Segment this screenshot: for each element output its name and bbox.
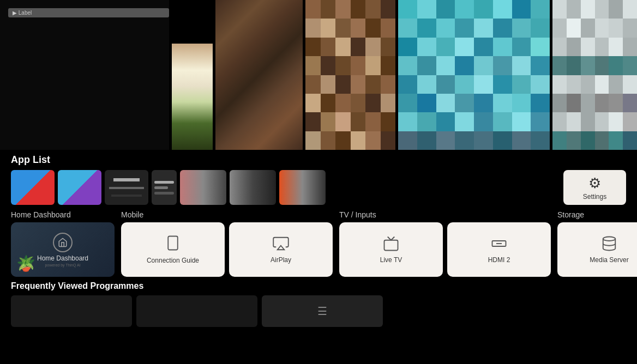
freq-title: Frequently Viewed Programmes <box>11 281 626 291</box>
media-server-card[interactable]: Media Server <box>557 222 637 277</box>
airplay-icon <box>273 235 289 254</box>
storage-group: Storage Media Server <box>557 210 637 277</box>
frequently-viewed-section: Frequently Viewed Programmes ☰ <box>0 277 637 327</box>
mobile-group: Mobile Connection Guide <box>121 210 333 277</box>
settings-label: Settings <box>583 193 606 201</box>
svg-rect-0 <box>168 236 178 250</box>
app-tile-3[interactable] <box>105 170 148 205</box>
app-list-section: App List ⚙ Settings <box>0 150 637 205</box>
live-tv-label: Live TV <box>380 256 402 264</box>
app-tile-1[interactable] <box>11 170 55 205</box>
banner-slot-2 <box>172 44 213 150</box>
freq-card-1[interactable] <box>11 295 132 327</box>
top-banner: ▶ Label <box>0 0 637 150</box>
home-dashboard-card[interactable]: 🪴 Home Dashboard powered by ThinQ AI <box>11 222 115 277</box>
server-icon <box>601 235 617 254</box>
home-dash-sub: powered by ThinQ AI <box>45 263 80 267</box>
app-tile-5[interactable] <box>180 170 226 205</box>
home-icon <box>53 233 73 252</box>
svg-marker-2 <box>278 246 285 250</box>
mobile-title: Mobile <box>121 210 333 219</box>
airplay-card[interactable]: AirPlay <box>229 222 333 277</box>
tv-icon <box>383 235 399 254</box>
airplay-label: AirPlay <box>271 256 291 264</box>
banner-slot-1: ▶ Label <box>0 0 169 150</box>
gear-icon: ⚙ <box>588 175 601 192</box>
freq-row: ☰ <box>11 295 626 327</box>
tv-inputs-group: TV / Inputs Live TV <box>339 210 551 277</box>
app-tile-2[interactable] <box>58 170 101 205</box>
categories-section: Home Dashboard 🪴 Home Dashboard powered … <box>0 205 637 277</box>
freq-card-2[interactable] <box>136 295 257 327</box>
connection-guide-label: Connection Guide <box>147 257 199 264</box>
home-dashboard-group: Home Dashboard 🪴 Home Dashboard powered … <box>11 210 115 277</box>
connection-guide-card[interactable]: Connection Guide <box>121 222 225 277</box>
media-server-label: Media Server <box>590 256 628 264</box>
app-tile-7[interactable] <box>279 170 326 205</box>
app-tile-4[interactable] <box>152 170 177 205</box>
tv-inputs-title: TV / Inputs <box>339 210 551 219</box>
storage-title: Storage <box>557 210 637 219</box>
app-tile-6[interactable] <box>230 170 276 205</box>
list-icon: ☰ <box>317 305 327 318</box>
hdmi-icon <box>491 235 507 254</box>
app-list-title: App List <box>11 154 50 166</box>
svg-rect-3 <box>384 240 398 251</box>
hdmi2-label: HDMI 2 <box>488 256 510 264</box>
banner-slot-6 <box>552 0 637 150</box>
settings-tile[interactable]: ⚙ Settings <box>563 170 626 205</box>
freq-card-3[interactable]: ☰ <box>262 295 383 327</box>
banner-slot-4 <box>305 0 395 150</box>
live-tv-card[interactable]: Live TV <box>339 222 443 277</box>
banner-slot-5 <box>398 0 550 150</box>
home-dashboard-title: Home Dashboard <box>11 210 115 219</box>
svg-point-6 <box>603 237 616 241</box>
home-dash-label: Home Dashboard <box>37 254 88 262</box>
banner-slot-3 <box>215 0 303 150</box>
phone-icon <box>165 235 181 254</box>
label-badge: ▶ Label <box>8 8 169 17</box>
hdmi2-card[interactable]: HDMI 2 <box>447 222 551 277</box>
